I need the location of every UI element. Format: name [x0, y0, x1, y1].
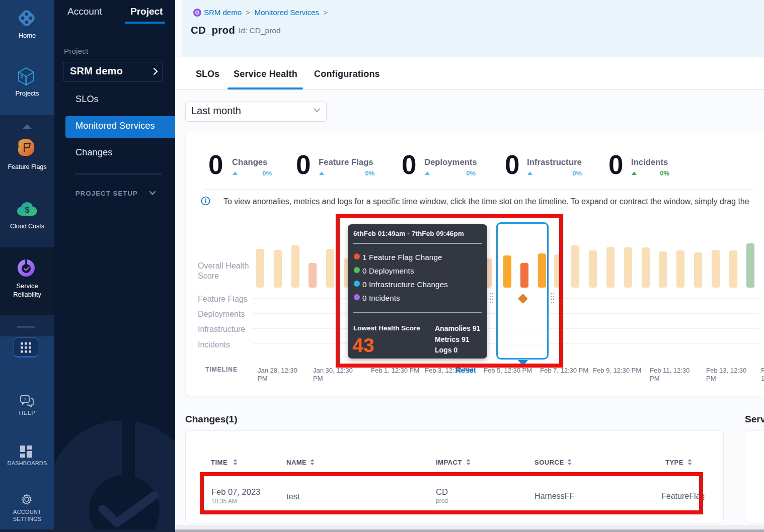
svg-text:$: $	[25, 206, 30, 214]
svg-text:?: ?	[24, 397, 26, 402]
